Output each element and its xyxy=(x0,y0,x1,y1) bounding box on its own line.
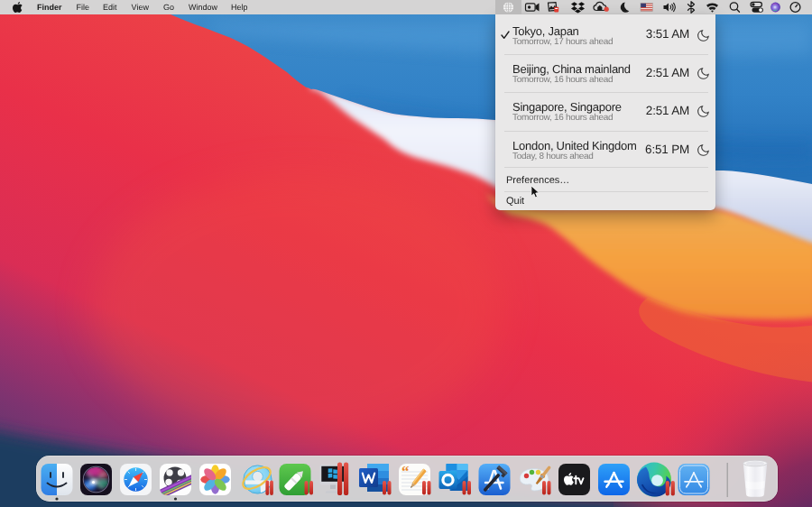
svg-text:“: “ xyxy=(401,463,410,480)
